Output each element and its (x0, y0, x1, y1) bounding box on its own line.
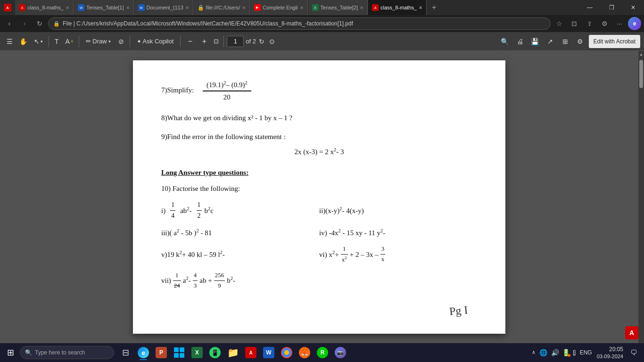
volume-button[interactable]: 🔊 (550, 348, 560, 357)
print-button[interactable]: 🖨 (513, 35, 527, 48)
tab-class8-2[interactable]: A class_8-maths_ ✕ (368, 0, 427, 15)
part-ii: ii)(x-y)2- 4(x-y) (319, 205, 477, 216)
rotate-button[interactable]: ↻ (257, 35, 266, 48)
taskbar-app-explorer[interactable]: 📁 (224, 344, 241, 361)
taskbar-app-edge[interactable]: e (135, 344, 152, 361)
taskbar-app-powerpoint[interactable]: P (153, 344, 170, 361)
zoom-minus-button[interactable]: − (183, 35, 197, 48)
clock[interactable]: 20:05 03-09-2024 (595, 346, 625, 360)
taskbar-app-green[interactable]: R (314, 344, 331, 361)
taskbar-app-taskview[interactable]: ⊟ (117, 344, 134, 361)
share2-button[interactable]: ↗ (544, 35, 557, 48)
save-button[interactable]: 💾 (528, 35, 542, 48)
page-navigation: of 2 (227, 36, 256, 47)
notification-icon: 🗨 (630, 349, 637, 356)
address-bar: ‹ › ↻ 🔒 File | C:/Users/krish/AppData/Lo… (0, 15, 644, 32)
tab-close-6[interactable]: ✕ (360, 5, 363, 10)
hand-button-2[interactable]: ↖ ▾ (31, 35, 46, 48)
refresh-button[interactable]: ↻ (33, 17, 46, 30)
volume-icon: 🔊 (551, 349, 559, 356)
tab-close-2[interactable]: ✕ (126, 5, 130, 10)
taskbar-app-autocad[interactable]: A (242, 344, 259, 361)
zoom-plus-button[interactable]: + (198, 35, 211, 48)
page-of-label: of 2 (246, 38, 256, 45)
pdf-toolbar-right: 🔍 🖨 💾 ↗ ⊞ ⚙ Edit with Acrobat (498, 35, 640, 48)
back-button[interactable]: ‹ (3, 17, 16, 30)
close-button[interactable]: ✕ (622, 0, 644, 15)
title-bar: A A class_8-maths_ ✕ W Tenses_Table[1] ✕… (0, 0, 644, 15)
taskbar-app-whatsapp[interactable]: 📱 (206, 344, 223, 361)
more-button[interactable]: ··· (613, 17, 626, 30)
tab-tenses2[interactable]: X Tenses_Table[2] ✕ (308, 0, 368, 15)
split-view-button[interactable]: ⊡ (568, 17, 581, 30)
tab-class8-1[interactable]: A class_8-maths_ ✕ (15, 0, 74, 15)
notification-button[interactable]: 🗨 (627, 346, 640, 359)
scrollbar-thumb[interactable] (639, 60, 643, 88)
scrollbar[interactable]: ▲ (638, 51, 644, 343)
part-vi: vi) x2+ 1 x2 + 2 – 3x – 3 x (319, 244, 477, 265)
part-iv: iv) -4x2 - 15 xy - 11 y2- (319, 227, 477, 239)
bookmark-button[interactable]: ☆ (553, 17, 566, 30)
search-button[interactable]: 🔍 (498, 35, 512, 48)
long-answer-label: Long Answer type questions: (161, 169, 248, 176)
pdf-container[interactable]: 7)Simplify: (19.1)2– (0.9)2 20 8)What do… (0, 51, 638, 343)
address-box[interactable]: 🔒 File | C:/Users/krish/AppData/Local/Mi… (48, 17, 551, 30)
taskbar-app-word[interactable]: W (260, 344, 277, 361)
view-button[interactable]: ⊞ (559, 35, 572, 48)
part-iii: iii)( a2 - 5b )2 - 81 (161, 227, 319, 239)
network-button[interactable]: 🌐 (538, 348, 548, 357)
pdf-share-button[interactable]: ⊙ (267, 35, 277, 48)
gear-button[interactable]: ⚙ (574, 35, 587, 48)
tab-close-7[interactable]: ✕ (419, 5, 422, 10)
new-tab-button[interactable]: + (427, 0, 441, 15)
q9-text: 9)Find the error in the following statem… (161, 131, 477, 142)
text-tool-button-2[interactable]: AA (63, 35, 76, 48)
tab-close-4[interactable]: ✕ (242, 5, 246, 10)
taskbar-app-chrome[interactable] (278, 344, 295, 361)
network-icon: 🌐 (539, 349, 547, 356)
q10-label: 10) Factorise the following: (161, 185, 240, 192)
acrobat-float-icon[interactable]: A (625, 326, 638, 339)
draw-button[interactable]: ✏ Draw ▾ (82, 35, 114, 48)
tab-close-1[interactable]: ✕ (66, 5, 69, 10)
search-bar[interactable]: 🔍 Type here to search (20, 346, 114, 359)
minimize-button[interactable]: — (579, 0, 601, 15)
tab-tenses1[interactable]: W Tenses_Table[1] ✕ (74, 0, 134, 15)
search-placeholder: Type here to search (35, 349, 85, 356)
chevron-down-icon: ▾ (41, 39, 43, 44)
tray-expand-button[interactable]: ∧ (531, 348, 537, 356)
taskbar-app-firefox[interactable]: 🦊 (296, 344, 313, 361)
forward-button[interactable]: › (18, 17, 31, 30)
draw-label: Draw (92, 38, 107, 45)
pdf-page: 7)Simplify: (19.1)2– (0.9)2 20 8)What do… (133, 60, 505, 334)
tab-file-local[interactable]: 🔒 file:///C:/Users/ ✕ (194, 0, 250, 15)
scroll-up-arrow[interactable]: ▲ (639, 51, 643, 58)
bluetooth-button[interactable]: ₿ (572, 348, 577, 357)
battery-indicator: 🔋 (562, 349, 570, 356)
fit-page-button[interactable]: ⊡ (212, 35, 221, 48)
taskbar-app-camera[interactable]: 📷 (332, 344, 349, 361)
text-tool-button[interactable]: T (52, 35, 62, 48)
separator-1 (49, 36, 49, 47)
menu-button[interactable]: ☰ (4, 35, 16, 48)
main-area: 7)Simplify: (19.1)2– (0.9)2 20 8)What do… (0, 51, 644, 343)
tab-bar: A class_8-maths_ ✕ W Tenses_Table[1] ✕ W… (15, 0, 579, 15)
edit-acrobat-button[interactable]: Edit with Acrobat (589, 35, 640, 48)
eraser-button[interactable]: ⊘ (116, 35, 127, 48)
q9-expr: 2x (x-3) = 2 x2- 3 (161, 146, 477, 157)
taskbar-app-windows[interactable] (171, 344, 188, 361)
tab-youtube[interactable]: ▶ Complete Engli ✕ (250, 0, 308, 15)
restore-button[interactable]: ❐ (601, 0, 622, 15)
page-input[interactable] (227, 36, 244, 47)
tab-document[interactable]: W Document_(113 ✕ (134, 0, 193, 15)
settings-button[interactable]: ⚙ (598, 17, 611, 30)
tab-close-5[interactable]: ✕ (300, 5, 304, 10)
hand-button[interactable]: ✋ (17, 35, 30, 48)
taskbar-app-excel[interactable]: X (189, 344, 206, 361)
tab-close-3[interactable]: ✕ (185, 5, 189, 10)
language-indicator: ENG (579, 349, 593, 356)
share-button[interactable]: ⇪ (583, 17, 596, 30)
start-button[interactable]: ⊞ (2, 344, 19, 361)
page-label: Pg I (448, 301, 469, 321)
ask-copilot-button[interactable]: ✦ Ask Copilot (133, 35, 178, 48)
